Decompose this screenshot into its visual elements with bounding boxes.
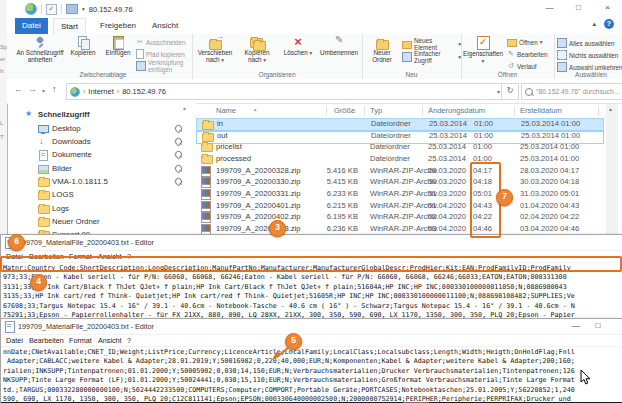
select-all-button[interactable]: Alles auswählen <box>557 38 615 48</box>
folder-icon <box>201 143 213 152</box>
ribbon-group-organisieren: → Verschieben nach ▾ Kopieren nach ▾ × L… <box>192 34 363 79</box>
divider[interactable] <box>514 106 515 116</box>
quick-access-customize-caret[interactable]: ▾ <box>82 6 85 12</box>
address-dropdown-caret[interactable]: ▾ <box>497 88 500 95</box>
refresh-button[interactable]: ↻ <box>501 83 519 100</box>
history-button[interactable]: ↺ Verlauf <box>507 61 537 71</box>
sidebar-item-logs-lower[interactable]: Logs <box>8 202 196 215</box>
document-icon <box>39 150 48 161</box>
collapse-ribbon-icon[interactable]: ▴ <box>592 20 596 28</box>
paste-shortcut-button[interactable]: Verknüpfung einfügen <box>136 61 192 71</box>
file-row[interactable]: processed Dateiordner 25.03.2014 01:00 2… <box>196 153 602 165</box>
move-to-button[interactable]: → Verschieben nach ▾ <box>195 36 235 64</box>
location-icon <box>70 87 80 97</box>
open-button[interactable]: Öffnen ▾ <box>507 37 543 47</box>
paste-button[interactable]: Einfügen <box>102 36 134 57</box>
menu-hilfe[interactable]: ? <box>127 336 131 345</box>
pin-to-quickaccess-button[interactable]: An Schnellzugriff anheften <box>16 36 64 64</box>
file-row[interactable]: pricelist Dateiordner 25.03.2014 01:00 2… <box>196 141 602 153</box>
menu-ansicht[interactable]: Ansicht <box>98 336 122 345</box>
file-row[interactable]: 199709_A_20200330.zip 5.415 KB WinRAR-ZI… <box>196 176 602 188</box>
notepad-window-1: 199709_MaterialFile_20200403.txt - Edito… <box>0 234 622 320</box>
breadcrumb-chevron: › <box>83 88 85 95</box>
button-label: Pfad kopieren <box>146 51 185 58</box>
select-none-button[interactable]: Nichts auswählen <box>557 50 618 60</box>
column-header-erstelldatum[interactable]: Erstelldatum <box>520 106 562 115</box>
sidebar-item-logs-upper[interactable]: LOGS <box>8 188 196 201</box>
back-button[interactable]: ← <box>14 84 23 94</box>
copy-path-button[interactable]: Pfad kopieren <box>136 49 185 59</box>
file-list-scrollbar[interactable]: ▴ <box>606 104 618 234</box>
sidebar-item-desktop[interactable]: Desktop <box>8 122 196 135</box>
divider[interactable] <box>364 106 365 116</box>
window-title: 80.152.49.76 <box>89 5 133 14</box>
notepad2-text-area[interactable]: onDate;CNetAvailable;CNET_ID;Weight;List… <box>1 347 622 403</box>
address-bar[interactable]: › Internet › 80.152.49.76 ▾ <box>66 83 504 100</box>
tab-start[interactable]: Start <box>53 18 86 35</box>
new-item-button[interactable]: Neues Element ▾ <box>402 39 461 49</box>
sidebar-item-label: Logs <box>52 202 69 215</box>
maximize-button[interactable]: □ <box>564 0 593 16</box>
sidebar-item-downloads[interactable]: ↓ Downloads <box>8 135 196 148</box>
file-created: 25.03.2014 01:00 <box>520 153 579 165</box>
breadcrumb-internet[interactable]: Internet <box>88 87 113 96</box>
button-label: Einfacher Zugriff <box>414 50 456 64</box>
sidebar-item-neuer-ordner[interactable]: Neuer Ordner <box>8 215 196 228</box>
divider[interactable] <box>598 106 599 116</box>
forward-button[interactable]: → <box>28 84 37 94</box>
up-button[interactable]: ↑ <box>52 84 57 94</box>
help-icon[interactable]: ? <box>604 19 614 29</box>
new-folder-button[interactable]: Neuer Ordner <box>364 36 400 64</box>
tab-datei[interactable]: Datei <box>15 18 48 34</box>
minimize-button[interactable]: — <box>535 0 564 16</box>
column-header-aenderungsdatum[interactable]: Änderungsdatum <box>428 106 485 115</box>
pin-icon <box>174 164 184 174</box>
column-headers: ▴ Name Größe Typ Änderungsdatum Erstelld… <box>196 104 606 117</box>
maximize-button[interactable]: □ <box>587 319 609 333</box>
dropdown-caret: ▾ <box>309 50 312 56</box>
tab-freigeben[interactable]: Freigeben <box>93 18 143 34</box>
file-row[interactable]: 199709_A_20200402.zip 6.195 KB WinRAR-ZI… <box>196 211 602 223</box>
button-label: Löschen <box>284 49 308 56</box>
file-modified-date: 25.03.2014 <box>429 119 467 129</box>
cut-button[interactable]: ✂ Ausschneiden <box>136 37 186 47</box>
divider[interactable] <box>422 106 423 116</box>
minimize-button[interactable]: — <box>565 319 587 333</box>
menu-format[interactable]: Format <box>69 336 92 345</box>
file-created: 25.03.2014 01:00 <box>521 119 580 129</box>
quick-access-properties-icon[interactable]: ✓ <box>46 4 57 15</box>
sidebar-item-schnellzugriff[interactable]: ★ Schnellzugriff <box>8 108 196 121</box>
sidebar-item-bilder[interactable]: Bilder <box>8 162 196 175</box>
quick-access-star-icon: ★ <box>25 108 32 120</box>
column-header-typ[interactable]: Typ <box>370 106 382 115</box>
delete-button[interactable]: × Löschen ▾ <box>279 36 317 57</box>
search-input[interactable]: "80.152.49.76" durchsuch... <box>521 83 622 100</box>
menu-bearbeiten[interactable]: Bearbeiten <box>29 336 64 345</box>
recent-locations-caret[interactable]: ▾ <box>42 87 45 94</box>
file-row[interactable]: 199709_A_20200331.zip 6.233 KB WinRAR-ZI… <box>196 188 602 200</box>
column-header-name[interactable]: Name <box>216 106 236 115</box>
copy-to-button[interactable]: Kopieren nach ▾ <box>237 36 277 64</box>
tab-ansicht[interactable]: Ansicht <box>145 18 185 34</box>
button-label: Neuer Ordner <box>372 49 392 63</box>
copy-button[interactable]: Kopieren <box>66 36 100 57</box>
sidebar-item-vma[interactable]: VMA-1.0.1811.5 <box>8 175 196 188</box>
close-button[interactable]: × <box>593 0 622 16</box>
menu-datei[interactable]: Datei <box>6 336 23 345</box>
quick-access-newfolder-icon[interactable] <box>66 4 78 14</box>
column-header-groesse[interactable]: Größe <box>334 106 355 115</box>
scroll-up-icon[interactable]: ▴ <box>609 105 612 112</box>
properties-button[interactable]: ✓ Eigenschaften ▾ <box>463 36 503 65</box>
divider <box>61 4 62 14</box>
easy-access-button[interactable]: Einfacher Zugriff ▾ <box>402 52 461 62</box>
sidebar-item-dokumente[interactable]: Dokumente <box>8 148 196 161</box>
rename-button[interactable]: ✎ Umbenennen <box>319 36 359 57</box>
ribbon-tabs: Datei Start Freigeben Ansicht <box>7 18 622 34</box>
sidebar-item-label: Bilder <box>52 162 72 175</box>
file-name: pricelist <box>216 141 242 153</box>
edit-button[interactable]: ✎ Bearbeiten <box>507 49 547 59</box>
sidebar-scroll-up-icon[interactable]: ▴ <box>183 104 186 111</box>
divider[interactable] <box>326 106 327 116</box>
properties-check-icon: ✓ <box>477 36 490 50</box>
breadcrumb-host[interactable]: 80.152.49.76 <box>122 87 166 96</box>
